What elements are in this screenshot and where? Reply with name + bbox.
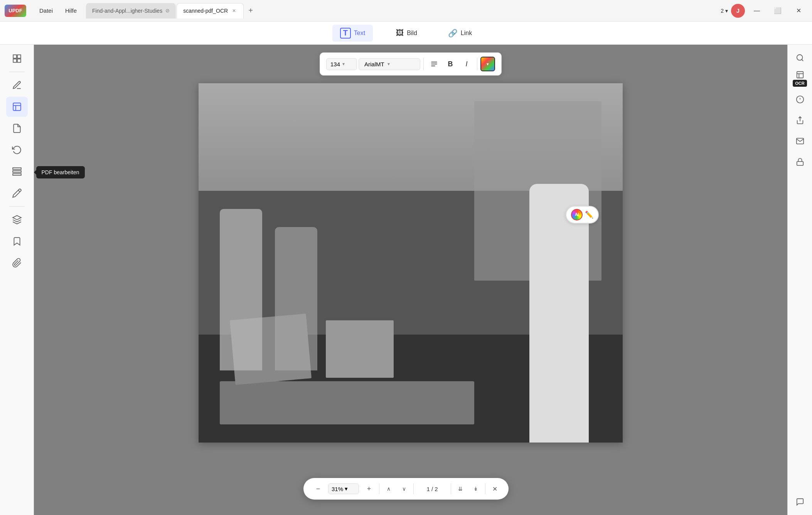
color-picker-button[interactable]: ▾ bbox=[480, 57, 495, 71]
top-toolbar: T Text 🖼 Bild 🔗 Link bbox=[0, 22, 812, 45]
link-tool-button[interactable]: 🔗 Link bbox=[440, 25, 480, 41]
svg-rect-14 bbox=[797, 72, 803, 78]
ai-icon: AI bbox=[571, 209, 583, 220]
toolbar-divider-3 bbox=[451, 483, 451, 494]
sidebar-icon-attach[interactable] bbox=[6, 253, 28, 273]
sidebar-icon-edit-pdf[interactable]: PDF bearbeiten bbox=[6, 97, 28, 117]
total-pages: 2 bbox=[435, 486, 438, 492]
font-size-value: 134 bbox=[330, 61, 340, 67]
format-toolbar: 134 ▾ ArialMT ▾ B I ▾ bbox=[320, 52, 502, 76]
zoom-level-value: 31% bbox=[332, 486, 343, 492]
right-icon-properties[interactable] bbox=[791, 90, 809, 109]
ai-button[interactable]: AI ✏️ bbox=[566, 206, 599, 224]
right-icon-ocr[interactable]: OCR bbox=[791, 69, 809, 88]
right-icon-lock[interactable] bbox=[791, 153, 809, 171]
zoom-in-button[interactable]: + bbox=[362, 482, 376, 496]
minimize-button[interactable]: — bbox=[748, 4, 766, 18]
pdf-area[interactable]: 134 ▾ ArialMT ▾ B I ▾ bbox=[34, 45, 787, 515]
italic-button[interactable]: I bbox=[459, 57, 474, 71]
text-tool-icon: T bbox=[340, 28, 351, 39]
tab-label-active: scanned-pdf_OCR bbox=[183, 8, 228, 14]
bold-button[interactable]: B bbox=[443, 57, 458, 71]
fmt-divider-2 bbox=[477, 58, 477, 70]
page-counter: 2 ▾ bbox=[721, 8, 728, 14]
menu-datei[interactable]: Datei bbox=[34, 5, 58, 16]
close-nav-button[interactable]: ✕ bbox=[489, 483, 501, 495]
font-name-value: ArialMT bbox=[364, 61, 384, 67]
sidebar-icon-pages[interactable] bbox=[6, 118, 28, 138]
tab-edit-icon: ⊘ bbox=[165, 8, 170, 13]
bild-tool-icon: 🖼 bbox=[396, 29, 404, 37]
svg-rect-0 bbox=[13, 55, 17, 58]
prev-page-button[interactable]: ⇊ bbox=[454, 483, 467, 495]
pdf-page: Improve Working Productivity in Using Ap… bbox=[199, 83, 623, 443]
sidebar-icon-organize[interactable] bbox=[6, 162, 28, 182]
menu-hilfe[interactable]: Hilfe bbox=[60, 5, 82, 16]
right-icon-search[interactable] bbox=[791, 49, 809, 67]
svg-point-12 bbox=[797, 55, 802, 61]
close-button[interactable]: ✕ bbox=[790, 4, 807, 18]
tooltip-edit-pdf: PDF bearbeiten bbox=[36, 166, 85, 178]
toolbar-divider-4 bbox=[485, 483, 485, 494]
sidebar-icon-annotate[interactable] bbox=[6, 75, 28, 95]
fmt-divider-1 bbox=[423, 58, 424, 70]
svg-rect-2 bbox=[13, 59, 17, 62]
link-tool-label: Link bbox=[461, 30, 472, 37]
tab-scanned-pdf[interactable]: scanned-pdf_OCR ✕ bbox=[177, 3, 244, 19]
font-size-selector[interactable]: 134 ▾ bbox=[326, 58, 357, 70]
page-count-value: 2 bbox=[721, 8, 724, 14]
sidebar-icon-bookmark[interactable] bbox=[6, 231, 28, 251]
current-page: 1 bbox=[426, 486, 430, 492]
right-icon-mail[interactable] bbox=[791, 132, 809, 150]
svg-rect-3 bbox=[17, 59, 21, 62]
tab-find-apply[interactable]: Find-and-Appl...igher-Studies ⊘ bbox=[86, 3, 176, 19]
svg-marker-8 bbox=[13, 215, 21, 220]
scroll-up-button[interactable]: ∧ bbox=[382, 483, 395, 495]
tab-label: Find-and-Appl...igher-Studies bbox=[92, 8, 162, 14]
link-tool-icon: 🔗 bbox=[448, 29, 458, 38]
sidebar-icon-layers[interactable] bbox=[6, 210, 28, 230]
user-avatar[interactable]: J bbox=[731, 4, 745, 18]
svg-rect-7 bbox=[13, 173, 21, 175]
ai-edit-icon: ✏️ bbox=[585, 210, 593, 219]
font-size-dropdown-icon: ▾ bbox=[342, 61, 345, 67]
tab-close-button[interactable]: ✕ bbox=[231, 8, 237, 14]
menu-bar: Datei Hilfe bbox=[34, 5, 82, 16]
page-sep: / bbox=[431, 486, 435, 492]
svg-rect-1 bbox=[17, 55, 21, 58]
align-button[interactable] bbox=[427, 57, 441, 71]
sidebar-divider-1 bbox=[9, 72, 25, 72]
new-tab-button[interactable]: + bbox=[244, 5, 257, 17]
main-layout: PDF bearbeiten 134 ▾ bbox=[0, 45, 812, 515]
right-icon-share[interactable] bbox=[791, 111, 809, 130]
sidebar-icon-thumbnail[interactable] bbox=[6, 49, 28, 69]
pdf-office-image bbox=[391, 227, 592, 412]
bild-tool-button[interactable]: 🖼 Bild bbox=[388, 25, 425, 40]
font-name-selector[interactable]: ArialMT ▾ bbox=[359, 58, 420, 70]
toolbar-divider-2 bbox=[413, 483, 414, 494]
zoom-out-button[interactable]: − bbox=[311, 482, 325, 496]
color-dropdown-icon: ▾ bbox=[487, 62, 489, 67]
sidebar-icon-signatures[interactable] bbox=[6, 183, 28, 203]
svg-rect-4 bbox=[13, 103, 21, 111]
app-logo: UPDF bbox=[5, 5, 26, 17]
right-sidebar: OCR bbox=[787, 45, 812, 515]
right-icon-chat[interactable] bbox=[791, 493, 809, 511]
maximize-button[interactable]: ⬜ bbox=[769, 4, 787, 18]
tabs-area: Find-and-Appl...igher-Studies ⊘ scanned-… bbox=[86, 3, 721, 19]
next-page-button[interactable]: ↡ bbox=[470, 483, 482, 495]
text-tool-button[interactable]: T Text bbox=[332, 25, 373, 42]
bild-tool-label: Bild bbox=[407, 30, 417, 37]
office-sim-bg bbox=[391, 227, 592, 412]
svg-rect-5 bbox=[13, 168, 21, 169]
svg-rect-6 bbox=[13, 171, 21, 172]
zoom-dropdown-icon: ▾ bbox=[345, 485, 348, 492]
page-indicator: 1 / 2 bbox=[417, 484, 448, 494]
title-bar: UPDF Datei Hilfe Find-and-Appl...igher-S… bbox=[0, 0, 812, 22]
page-count-dropdown[interactable]: ▾ bbox=[725, 8, 728, 14]
scroll-down-button[interactable]: ∨ bbox=[398, 483, 410, 495]
font-dropdown-icon: ▾ bbox=[387, 61, 390, 67]
zoom-level-selector[interactable]: 31% ▾ bbox=[328, 483, 359, 494]
sidebar-icon-convert[interactable] bbox=[6, 140, 28, 160]
pdf-body: Smart devices and internet-based applica… bbox=[229, 227, 592, 412]
